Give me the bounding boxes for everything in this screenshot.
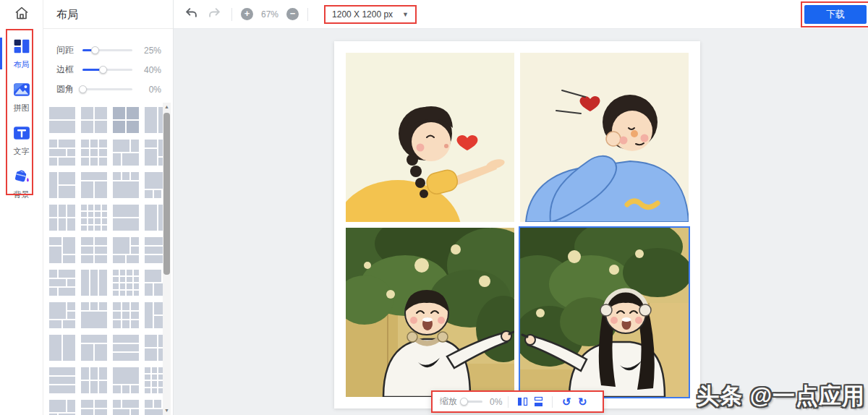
flip-horizontal-button[interactable] [516,395,529,408]
template-block [49,320,61,328]
layout-template[interactable] [113,302,139,328]
download-button[interactable]: 下载 [804,5,867,24]
slider-thumb[interactable] [91,46,99,54]
image-zoom-slider[interactable] [464,401,482,403]
sidebar-item-layout[interactable]: 布局 [0,33,43,77]
template-block [99,302,107,310]
layout-template[interactable] [113,367,139,393]
template-list [43,101,173,415]
layout-template[interactable] [81,140,107,166]
panel-title: 布局 [43,0,173,29]
sidebar-item-label: 拼图 [0,103,43,114]
zoom-in-button[interactable]: + [241,8,253,20]
layout-template[interactable] [49,140,75,166]
template-block [122,153,139,166]
layout-template[interactable] [113,205,139,231]
template-block [95,218,101,224]
sidebar-item-text[interactable]: 文字 [0,120,43,163]
layout-template[interactable] [113,270,139,296]
toolbar-divider [231,8,232,21]
canvas-size-value: 1200 X 1200 px [332,9,393,20]
template-block [67,205,75,217]
layout-template[interactable] [113,400,139,415]
template-block [49,121,75,133]
template-block [152,367,158,373]
template-block [154,190,162,198]
flip-vertical-button[interactable] [532,395,545,408]
layout-template[interactable] [81,302,107,328]
sidebar-item-collage[interactable]: 拼图 [0,77,43,120]
template-block [81,158,89,166]
home-button[interactable] [0,0,43,29]
layout-template[interactable] [49,302,75,328]
layout-template[interactable] [81,367,107,393]
layout-template[interactable] [49,237,75,263]
template-block [145,400,153,408]
panel-scrollbar[interactable]: ▲ ▼ [163,103,171,415]
zoom-out-button[interactable]: − [286,8,299,20]
layout-icon [13,38,30,55]
layout-template[interactable] [81,400,107,415]
scroll-down-icon[interactable]: ▼ [163,406,171,415]
template-block [49,247,61,263]
template-block [127,283,132,289]
layout-template[interactable] [113,107,139,133]
layout-template[interactable] [81,270,107,296]
template-block [81,312,107,328]
template-block [95,226,101,231]
template-block [95,107,107,119]
border-slider[interactable] [82,69,132,71]
template-block [131,247,139,254]
layout-template[interactable] [49,270,75,296]
redo-button[interactable] [205,6,223,23]
layout-template[interactable] [81,172,107,198]
spacing-slider[interactable] [82,49,132,51]
layout-template[interactable] [113,140,139,166]
slider-thumb[interactable] [460,398,468,406]
template-block [59,172,75,184]
slider-thumb[interactable] [79,85,87,93]
paint-bucket-icon [13,168,30,185]
template-block [145,335,157,347]
layout-template[interactable] [81,107,107,133]
collage-photo-2[interactable] [520,53,689,222]
layout-template[interactable] [113,237,139,263]
layout-template[interactable] [81,205,107,231]
collage-photo-3[interactable] [346,228,514,397]
slider-thumb[interactable] [99,66,107,74]
layout-template[interactable] [81,237,107,263]
scroll-up-icon[interactable]: ▲ [163,103,171,111]
template-block [120,277,126,283]
layout-template[interactable] [49,172,75,198]
rotate-left-button[interactable]: ↺ [560,395,573,408]
template-block [113,291,119,296]
template-block [120,283,126,289]
template-block [81,302,89,310]
image-zoom-value: 0% [490,397,502,407]
sidebar-item-background[interactable]: 背景 [0,163,43,207]
template-block [59,218,67,231]
illustration-girl-kiss [346,53,514,222]
corner-slider[interactable] [82,88,132,90]
illustration-man-pointing [346,228,514,397]
layout-template[interactable] [113,172,139,198]
template-block [63,255,75,263]
layout-template[interactable] [49,205,75,231]
template-block [59,288,75,296]
undo-button[interactable] [182,6,200,23]
layout-template[interactable] [49,400,75,415]
collage-photo-1[interactable] [346,53,514,222]
canvas-size-selector[interactable]: 1200 X 1200 px ▼ [326,7,415,22]
layout-template[interactable] [81,335,107,361]
layout-template[interactable] [49,367,75,393]
rotate-right-button[interactable]: ↻ [576,395,589,408]
template-block [81,344,93,361]
collage-photo-4[interactable] [520,228,689,397]
template-block [67,218,75,231]
layout-template[interactable] [49,107,75,133]
scrollbar-thumb[interactable] [163,113,170,275]
template-block [99,140,107,147]
layout-template[interactable] [49,335,75,361]
template-block [113,237,129,254]
layout-template[interactable] [113,335,139,361]
